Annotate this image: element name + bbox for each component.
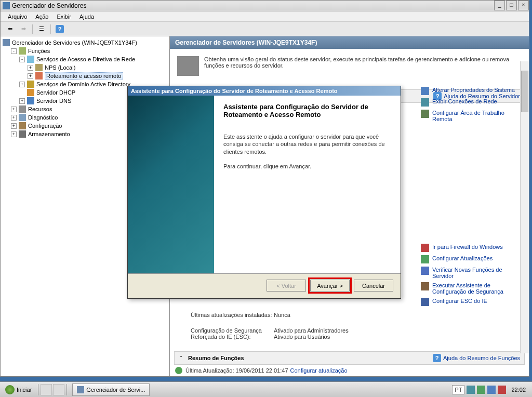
panel-header: Gerenciador de Servidores (WIN-JQE9TX1Y3…: [170, 36, 529, 49]
tree-label: Configuração: [28, 123, 62, 129]
nps-icon: [35, 64, 43, 71]
help-button[interactable]: ?: [54, 23, 66, 35]
menu-exibir[interactable]: Exibir: [52, 12, 75, 21]
link-label: Configurar ESC do IE: [432, 298, 487, 304]
expand-icon[interactable]: +: [19, 82, 25, 87]
link-label: Executar Assistente de Configuração de S…: [432, 282, 525, 295]
rras-icon: [35, 72, 43, 80]
language-indicator[interactable]: PT: [452, 385, 464, 394]
link-security-wizard[interactable]: Executar Assistente de Configuração de S…: [421, 281, 525, 296]
tree-label-selected: Roteamento e acesso remoto: [45, 72, 123, 80]
expand-icon[interactable]: +: [11, 131, 17, 137]
check-icon: [421, 267, 429, 275]
chevron-down-icon[interactable]: ⌃: [179, 355, 185, 361]
configure-update-link[interactable]: Configurar atualização: [290, 367, 348, 374]
menu-arquivo[interactable]: Arquivo: [4, 12, 31, 21]
app-icon: [77, 386, 84, 393]
expand-icon[interactable]: +: [28, 73, 33, 79]
back-button[interactable]: ⬅: [4, 23, 16, 35]
wizard-titlebar[interactable]: Assistente para Configuração do Servidor…: [128, 86, 401, 96]
taskbar: Iniciar Gerenciador de Servi... PT 22:02: [0, 381, 532, 397]
refresh-icon: [175, 367, 182, 374]
ql-explorer[interactable]: [53, 384, 64, 395]
window-title: Gerenciador de Servidores: [12, 2, 493, 9]
tray-network-icon[interactable]: [467, 386, 475, 394]
wizard-sidebar-graphic: [128, 96, 214, 273]
dhcp-icon: [27, 89, 34, 96]
titlebar[interactable]: Gerenciador de Servidores _ □ ×: [1, 1, 529, 11]
expand-icon[interactable]: +: [11, 115, 17, 121]
system-icon: [421, 87, 429, 95]
remote-icon: [421, 110, 429, 118]
link-firewall[interactable]: Ir para Firewall do Windows: [421, 242, 525, 254]
clock[interactable]: 22:02: [508, 387, 529, 393]
scrollbar-vertical[interactable]: [520, 61, 529, 353]
minimize-button[interactable]: _: [494, 1, 505, 10]
roles-summary-help-link[interactable]: ? Ajuda do Resumo de Funções: [433, 354, 520, 362]
diagnostics-icon: [19, 114, 26, 121]
maximize-button[interactable]: □: [506, 1, 517, 10]
server-icon: [3, 39, 10, 46]
link-remote-desktop[interactable]: Configurar Área de Trabalho Remota: [421, 108, 525, 124]
info-esc-value2: Ativado para Usuários: [274, 334, 516, 340]
collapse-icon[interactable]: -: [19, 57, 25, 62]
tree-label: Servidor DHCP: [36, 89, 75, 96]
info-updates-label: Últimas atualizações instaladas:: [191, 312, 274, 318]
info-esc-label: Configuração de Segurança Reforçada do I…: [191, 327, 274, 340]
cancel-button[interactable]: Cancelar: [354, 280, 393, 292]
expand-icon[interactable]: +: [11, 123, 17, 129]
last-update-text: Última Atualização: 19/06/2011 22:01:47: [185, 367, 288, 374]
expand-icon[interactable]: +: [19, 98, 25, 104]
wizard-button-row: < Voltar Avançar > Cancelar: [128, 273, 401, 297]
section-title: Resumo de Funções: [188, 355, 433, 361]
close-button[interactable]: ×: [518, 1, 529, 10]
rras-wizard-dialog: Assistente para Configuração do Servidor…: [127, 86, 401, 299]
taskbar-app-button[interactable]: Gerenciador de Servi...: [72, 383, 150, 396]
task-label: Gerenciador de Servi...: [86, 387, 145, 393]
tree-label: Servidor DNS: [36, 98, 71, 104]
scrollbar-thumb[interactable]: [521, 71, 528, 112]
storage-icon: [19, 130, 26, 138]
link-updates[interactable]: Configurar Atualizações: [421, 254, 525, 265]
menu-ajuda[interactable]: Ajuda: [75, 12, 98, 21]
separator: [38, 384, 38, 395]
help-icon: ?: [433, 354, 441, 362]
features-icon: [19, 105, 26, 113]
link-system-properties[interactable]: Alterar Propriedades do Sistema: [421, 85, 525, 97]
link-ie-esc[interactable]: Configurar ESC do IE: [421, 296, 525, 308]
tree-label: Diagnóstico: [28, 114, 58, 121]
menu-acao[interactable]: Ação: [31, 12, 52, 21]
next-button[interactable]: Avançar >: [310, 280, 350, 292]
dns-icon: [27, 97, 34, 104]
ql-show-desktop[interactable]: [41, 384, 52, 395]
tree-nps[interactable]: + NPS (Local): [3, 63, 167, 72]
expand-icon[interactable]: +: [11, 107, 17, 112]
ad-icon: [27, 81, 34, 88]
separator: [32, 24, 33, 34]
section-roles-summary[interactable]: ⌃ Resumo de Funções ? Ajuda do Resumo de…: [174, 351, 525, 365]
start-button[interactable]: Iniciar: [1, 383, 36, 396]
properties-button[interactable]: ☰: [35, 23, 48, 35]
collapse-icon[interactable]: -: [11, 48, 17, 54]
server-actions: Alterar Propriedades do Sistema Exibir C…: [421, 85, 525, 124]
menubar: Arquivo Ação Exibir Ajuda: [1, 11, 529, 22]
tray-system-icon[interactable]: [487, 386, 496, 394]
back-button: < Voltar: [267, 280, 306, 292]
tree-acesso[interactable]: - Serviços de Acesso e Diretiva de Rede: [3, 55, 167, 63]
info-esc-value1: Ativado para Administradores: [274, 327, 516, 334]
network-access-icon: [27, 56, 34, 63]
forward-button[interactable]: ➡: [17, 23, 30, 35]
link-network-connections[interactable]: Exibir Conexões de Rede: [421, 97, 525, 108]
tray-volume-icon[interactable]: [498, 386, 506, 394]
network-icon: [421, 98, 429, 107]
link-label: Exibir Conexões de Rede: [432, 98, 497, 104]
tray-update-icon[interactable]: [477, 386, 485, 394]
help-label: Ajuda do Resumo de Funções: [443, 355, 520, 361]
link-check-roles[interactable]: Verificar Novas Funções de Servidor: [421, 265, 525, 281]
tree-root[interactable]: Gerenciador de Servidores (WIN-JQE9TX1Y3…: [3, 38, 167, 47]
tree-label: Funções: [28, 48, 50, 54]
expand-icon[interactable]: +: [28, 65, 33, 71]
tree-rras[interactable]: + Roteamento e acesso remoto: [3, 72, 167, 80]
tree-funcoes[interactable]: - Funções: [3, 47, 167, 55]
updates-icon: [421, 255, 429, 263]
